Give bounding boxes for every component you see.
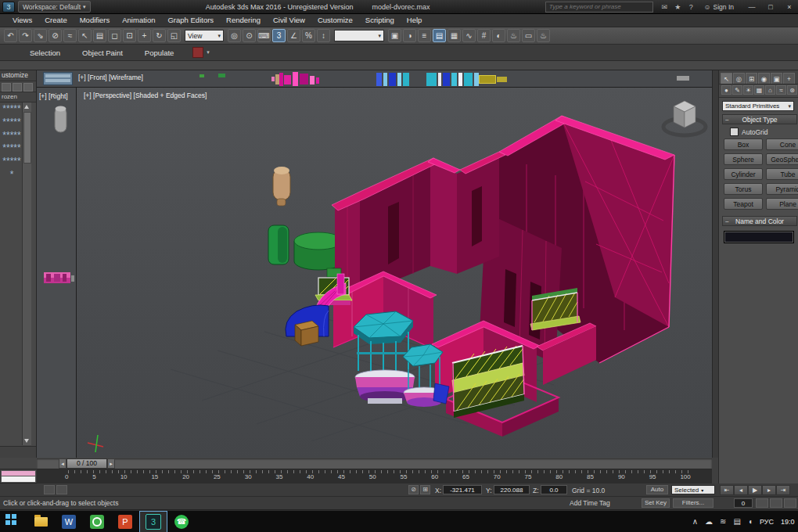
z-coordinate-field[interactable]: 0.0 bbox=[541, 485, 567, 494]
tab-hierarchy[interactable]: ⊞ bbox=[746, 73, 757, 84]
select-and-rotate-icon[interactable]: ↻ bbox=[153, 29, 166, 42]
tab-display[interactable]: ▣ bbox=[771, 73, 782, 84]
taskbar-word-icon[interactable]: W bbox=[55, 511, 83, 532]
render-setup-icon[interactable]: ♨ bbox=[507, 29, 520, 42]
object-type-button[interactable]: Sphere bbox=[724, 153, 763, 165]
minimize-button[interactable]: — bbox=[745, 3, 759, 11]
right-viewport-label[interactable]: [+] [Right] bbox=[39, 92, 68, 100]
absolute-relative-toggle[interactable]: ⊞ bbox=[420, 485, 430, 494]
status-mini-button[interactable] bbox=[756, 498, 768, 508]
select-and-manipulate-icon[interactable]: ⊙ bbox=[243, 29, 256, 42]
object-type-button[interactable]: Teapot bbox=[724, 198, 763, 210]
snap-toggle-3d-icon[interactable]: 3 bbox=[272, 29, 286, 42]
tab-utilities[interactable]: + bbox=[783, 73, 795, 84]
object-type-button[interactable]: Cone bbox=[766, 138, 798, 150]
previous-frame-button[interactable]: ◂ bbox=[734, 485, 748, 495]
taskbar-folder-icon[interactable] bbox=[27, 511, 55, 532]
undo-icon[interactable]: ↶ bbox=[4, 29, 17, 42]
object-type-rollout[interactable]: − Object Type bbox=[722, 114, 797, 124]
object-name-input[interactable] bbox=[724, 231, 794, 243]
schematic-view-icon[interactable]: # bbox=[477, 29, 491, 42]
cat-spacewarps-icon[interactable]: ≈ bbox=[776, 85, 786, 95]
status-mini-button[interactable] bbox=[770, 498, 782, 508]
percent-snap-icon[interactable]: % bbox=[302, 29, 315, 42]
current-frame-field[interactable]: 0 bbox=[734, 498, 753, 508]
autogrid-checkbox[interactable] bbox=[730, 128, 739, 136]
menu-item[interactable]: Scripting bbox=[359, 14, 401, 27]
angle-snap-icon[interactable]: ∠ bbox=[287, 29, 300, 42]
taskbar-3dsmax-icon[interactable]: 3 bbox=[139, 511, 167, 532]
menu-item[interactable]: Help bbox=[401, 14, 429, 27]
select-and-scale-icon[interactable]: ◱ bbox=[167, 29, 181, 42]
unlink-selection-icon[interactable]: ⊘ bbox=[49, 29, 62, 42]
search-input[interactable] bbox=[545, 2, 653, 13]
name-color-rollout[interactable]: − Name and Color bbox=[722, 216, 797, 226]
taskbar-green-app-icon[interactable] bbox=[83, 511, 111, 532]
layer-manager-icon[interactable]: ▤ bbox=[433, 29, 446, 42]
perspective-viewport[interactable]: [+] [Perspective] [Shaded + Edged Faces] bbox=[77, 88, 712, 458]
x-coordinate-field[interactable]: -321.471 bbox=[443, 485, 482, 494]
menu-item[interactable]: Views bbox=[6, 14, 38, 27]
language-indicator[interactable]: РУС bbox=[760, 518, 774, 526]
tray-chevron-icon[interactable]: ∧ bbox=[692, 517, 698, 526]
ribbon-flyout-arrow-icon[interactable]: ▾ bbox=[207, 49, 210, 56]
menu-item[interactable]: Customize bbox=[311, 14, 359, 27]
edit-named-sets-icon[interactable]: ▣ bbox=[388, 29, 401, 42]
selection-lock-toggle[interactable]: ⊘ bbox=[408, 485, 419, 494]
menu-item[interactable]: Civil View bbox=[267, 14, 311, 27]
frozen-object-list[interactable]: ************************** bbox=[0, 102, 22, 445]
menu-item[interactable]: Create bbox=[38, 14, 74, 27]
tab-create[interactable]: ↖ bbox=[721, 73, 732, 84]
redo-icon[interactable]: ↷ bbox=[19, 29, 32, 42]
status-mini-button[interactable] bbox=[56, 485, 67, 494]
auto-key-button[interactable]: Auto bbox=[646, 485, 668, 494]
cat-geometry-icon[interactable]: ● bbox=[721, 85, 732, 95]
align-icon[interactable]: ≡ bbox=[418, 29, 431, 42]
object-type-button[interactable]: Box bbox=[724, 138, 763, 150]
scene-explorer-tool-icon[interactable] bbox=[2, 83, 11, 92]
rectangular-selection-icon[interactable]: ◻ bbox=[108, 29, 121, 42]
taskbar-whatsapp-icon[interactable]: ☎ bbox=[167, 511, 196, 532]
selected-key-dropdown[interactable]: Selected bbox=[671, 485, 715, 494]
maximize-button[interactable]: □ bbox=[764, 3, 778, 11]
menu-item[interactable]: Graph Editors bbox=[161, 14, 220, 27]
render-production-icon[interactable]: ♨ bbox=[537, 29, 550, 42]
right-viewport[interactable]: [+] [Right] bbox=[37, 88, 77, 458]
cat-shapes-icon[interactable]: ✎ bbox=[732, 85, 742, 95]
object-type-button[interactable]: Pyramid bbox=[766, 183, 798, 195]
mirror-icon[interactable]: ◑ bbox=[403, 29, 416, 42]
workspace-dropdown[interactable]: Workspace: Default ▾ bbox=[18, 1, 91, 13]
y-coordinate-field[interactable]: 220.088 bbox=[494, 485, 530, 494]
graphite-ribbon-icon[interactable]: ▦ bbox=[448, 29, 461, 42]
set-key-button[interactable]: Set Key bbox=[642, 498, 670, 508]
reference-coordinate-dropdown[interactable]: View bbox=[185, 30, 224, 41]
spinner-snap-icon[interactable]: ↕ bbox=[317, 29, 330, 42]
menu-item[interactable]: Rendering bbox=[220, 14, 267, 27]
tray-network-icon[interactable]: ≋ bbox=[720, 517, 726, 526]
frozen-column-header[interactable]: rozen bbox=[0, 92, 36, 102]
sign-in-link[interactable]: ☺ Sign In bbox=[704, 3, 734, 11]
close-button[interactable]: × bbox=[782, 3, 796, 11]
communication-center-icon[interactable]: ✉ bbox=[660, 3, 670, 11]
track-bar[interactable]: 0510152025303540455055606570758085909510… bbox=[37, 469, 712, 483]
previous-frame-arrow[interactable]: ◂ bbox=[59, 458, 66, 469]
object-type-button[interactable]: Tube bbox=[766, 168, 798, 180]
status-mini-button[interactable] bbox=[784, 498, 796, 508]
window-crossing-icon[interactable]: ⊡ bbox=[123, 29, 136, 42]
favorites-icon[interactable]: ★ bbox=[673, 3, 683, 11]
tab-motion[interactable]: ◉ bbox=[758, 73, 770, 84]
go-to-start-button[interactable]: ⇤ bbox=[720, 485, 734, 495]
scene-explorer-tool-icon[interactable] bbox=[13, 83, 22, 92]
front-viewport-label[interactable]: [+] [Front] [Wireframe] bbox=[78, 74, 143, 81]
clock[interactable]: 19:0 bbox=[781, 518, 796, 526]
curve-editor-icon[interactable]: ∿ bbox=[462, 29, 476, 42]
tray-volume-icon[interactable]: ◖ bbox=[748, 517, 753, 526]
time-slider-track[interactable]: ◂ 0 / 100 ▸ bbox=[37, 458, 712, 469]
tray-keyboard-icon[interactable]: ▤ bbox=[733, 517, 740, 526]
ribbon-tab[interactable]: Object Paint bbox=[71, 49, 134, 57]
select-by-name-icon[interactable]: ▤ bbox=[93, 29, 106, 42]
ribbon-tab[interactable]: Populate bbox=[134, 49, 185, 57]
key-filters-button[interactable]: Filters... bbox=[673, 498, 714, 508]
go-to-end-button[interactable]: ⇥ bbox=[776, 485, 790, 495]
help-icon[interactable]: ? bbox=[686, 3, 696, 11]
